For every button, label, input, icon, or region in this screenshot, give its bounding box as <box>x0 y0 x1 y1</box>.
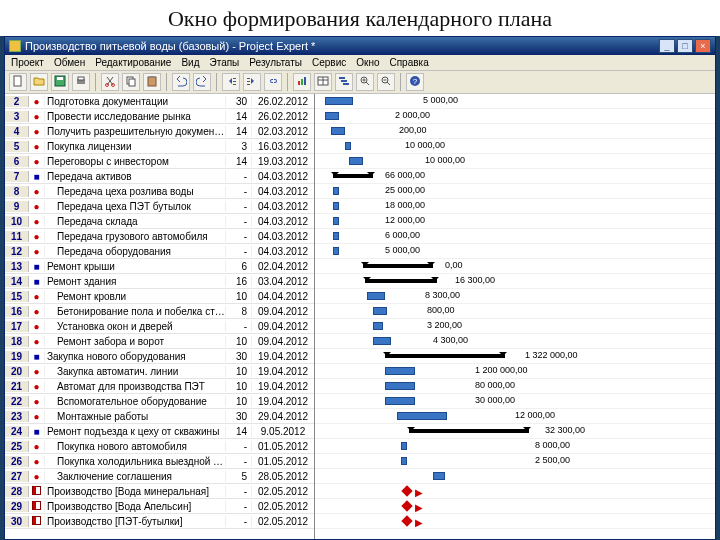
task-name[interactable]: Установка окон и дверей <box>45 321 226 332</box>
task-name[interactable]: Ремонт здания <box>45 276 226 287</box>
task-start-date[interactable]: 03.04.2012 <box>252 276 314 287</box>
task-table[interactable]: 2●Подготовка документации3026.02.20123●П… <box>5 94 315 539</box>
task-start-date[interactable]: 19.04.2012 <box>252 351 314 362</box>
task-bar[interactable] <box>333 187 339 195</box>
task-name[interactable]: Вспомогательное оборудование <box>45 396 226 407</box>
summary-bar[interactable] <box>385 354 505 358</box>
task-bar[interactable] <box>373 322 383 330</box>
gantt-row[interactable]: ▶ <box>315 514 715 529</box>
task-bar[interactable] <box>367 292 385 300</box>
menu-item-этапы[interactable]: Этапы <box>209 57 239 68</box>
gantt-row[interactable]: 2 000,00 <box>315 109 715 124</box>
task-duration[interactable]: - <box>226 246 252 257</box>
task-duration[interactable]: 30 <box>226 96 252 107</box>
task-duration[interactable]: 14 <box>226 156 252 167</box>
table-button[interactable] <box>314 73 332 91</box>
table-row[interactable]: 6●Переговоры с инвестором1419.03.2012 <box>5 154 314 169</box>
table-row[interactable]: 5●Покупка лицензии316.03.2012 <box>5 139 314 154</box>
indent-right-button[interactable] <box>243 73 261 91</box>
save-button[interactable] <box>51 73 69 91</box>
gantt-row[interactable]: 1 322 000,00 <box>315 349 715 364</box>
task-name[interactable]: Передача активов <box>45 171 226 182</box>
task-name[interactable]: Закупка нового оборудования <box>45 351 226 362</box>
task-bar[interactable] <box>349 157 363 165</box>
task-duration[interactable]: - <box>226 171 252 182</box>
task-bar[interactable] <box>397 412 447 420</box>
task-start-date[interactable]: 04.03.2012 <box>252 171 314 182</box>
task-bar[interactable] <box>385 382 415 390</box>
table-row[interactable]: 8●Передача цеха розлива воды-04.03.2012 <box>5 184 314 199</box>
task-duration[interactable]: - <box>226 501 252 512</box>
menu-item-проект[interactable]: Проект <box>11 57 44 68</box>
task-duration[interactable]: 5 <box>226 471 252 482</box>
gantt-chart[interactable]: 5 000,002 000,00200,0010 000,0010 000,00… <box>315 94 715 539</box>
undo-button[interactable] <box>172 73 190 91</box>
titlebar[interactable]: Производство питьевой воды (базовый) - P… <box>5 37 715 55</box>
task-name[interactable]: Покупка лицензии <box>45 141 226 152</box>
task-bar[interactable] <box>333 247 339 255</box>
task-start-date[interactable]: 01.05.2012 <box>252 456 314 467</box>
task-start-date[interactable]: 02.05.2012 <box>252 501 314 512</box>
task-bar[interactable] <box>333 202 339 210</box>
task-start-date[interactable]: 09.04.2012 <box>252 321 314 332</box>
task-bar[interactable] <box>401 457 407 465</box>
task-duration[interactable]: - <box>226 201 252 212</box>
table-row[interactable]: 4●Получить разрешительную документацию14… <box>5 124 314 139</box>
task-name[interactable]: Ремонт забора и ворот <box>45 336 226 347</box>
task-start-date[interactable]: 19.03.2012 <box>252 156 314 167</box>
task-bar[interactable] <box>385 367 415 375</box>
task-duration[interactable]: 14 <box>226 426 252 437</box>
gantt-row[interactable]: 16 300,00 <box>315 274 715 289</box>
file-button[interactable] <box>9 73 27 91</box>
task-name[interactable]: Покупка нового автомобиля <box>45 441 226 452</box>
task-duration[interactable]: - <box>226 486 252 497</box>
task-name[interactable]: Заключение соглашения <box>45 471 226 482</box>
task-bar[interactable] <box>333 217 339 225</box>
milestone-icon[interactable] <box>401 485 412 496</box>
task-bar[interactable] <box>333 232 339 240</box>
task-start-date[interactable]: 16.03.2012 <box>252 141 314 152</box>
task-bar[interactable] <box>373 307 387 315</box>
gantt-row[interactable]: 8 300,00 <box>315 289 715 304</box>
gantt-row[interactable]: 66 000,00 <box>315 169 715 184</box>
task-duration[interactable]: - <box>226 186 252 197</box>
maximize-button[interactable]: □ <box>677 39 693 53</box>
task-name[interactable]: Автомат для производства ПЭТ <box>45 381 226 392</box>
menu-item-сервис[interactable]: Сервис <box>312 57 346 68</box>
indent-left-button[interactable] <box>222 73 240 91</box>
task-duration[interactable]: 30 <box>226 351 252 362</box>
table-row[interactable]: 28Производство [Вода минеральная]-02.05.… <box>5 484 314 499</box>
gantt-row[interactable]: 80 000,00 <box>315 379 715 394</box>
task-name[interactable]: Подготовка документации <box>45 96 226 107</box>
task-duration[interactable]: - <box>226 231 252 242</box>
task-start-date[interactable]: 02.03.2012 <box>252 126 314 137</box>
task-name[interactable]: Передача оборудования <box>45 246 226 257</box>
task-bar[interactable] <box>331 127 345 135</box>
print-button[interactable] <box>72 73 90 91</box>
milestone-icon[interactable] <box>401 500 412 511</box>
table-row[interactable]: 9●Передача цеха ПЭТ бутылок-04.03.2012 <box>5 199 314 214</box>
gantt-row[interactable]: 5 000,00 <box>315 94 715 109</box>
task-name[interactable]: Передача грузового автомобиля <box>45 231 226 242</box>
task-name[interactable]: Получить разрешительную документацию <box>45 126 226 137</box>
task-start-date[interactable]: 19.04.2012 <box>252 366 314 377</box>
zoom-in-button[interactable] <box>356 73 374 91</box>
menu-item-окно[interactable]: Окно <box>356 57 379 68</box>
task-duration[interactable]: - <box>226 456 252 467</box>
table-row[interactable]: 15●Ремонт кровли1004.04.2012 <box>5 289 314 304</box>
gantt-row[interactable]: ▶ <box>315 484 715 499</box>
gantt-row[interactable]: 32 300,00 <box>315 424 715 439</box>
task-start-date[interactable]: 26.02.2012 <box>252 96 314 107</box>
gantt-row[interactable]: 5 000,00 <box>315 244 715 259</box>
summary-bar[interactable] <box>333 174 373 178</box>
task-start-date[interactable]: 09.04.2012 <box>252 306 314 317</box>
task-start-date[interactable]: 28.05.2012 <box>252 471 314 482</box>
table-row[interactable]: 7■Передача активов-04.03.2012 <box>5 169 314 184</box>
task-bar[interactable] <box>345 142 351 150</box>
menu-item-результаты[interactable]: Результаты <box>249 57 302 68</box>
task-duration[interactable]: 3 <box>226 141 252 152</box>
task-duration[interactable]: 16 <box>226 276 252 287</box>
table-row[interactable]: 21●Автомат для производства ПЭТ1019.04.2… <box>5 379 314 394</box>
table-row[interactable]: 27●Заключение соглашения528.05.2012 <box>5 469 314 484</box>
task-bar[interactable] <box>433 472 445 480</box>
